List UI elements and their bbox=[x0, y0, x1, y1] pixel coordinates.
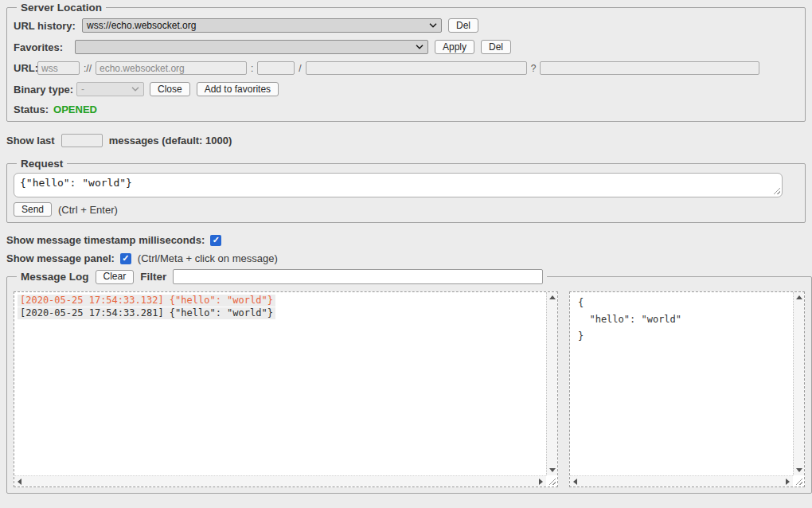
url-history-select[interactable]: wss://echo.websocket.org bbox=[82, 18, 442, 33]
log-message-sent[interactable]: [2020-05-25 17:54:33.132] {"hello": "wor… bbox=[18, 295, 275, 307]
websocket-client-page: Server Location URL history: wss://echo.… bbox=[0, 0, 812, 508]
horizontal-scrollbar[interactable] bbox=[570, 475, 793, 487]
panel-option-label: Show message panel: bbox=[6, 252, 115, 264]
message-detail-json: { "hello": "world" } bbox=[573, 294, 792, 346]
panel-corner bbox=[794, 476, 803, 486]
url-scheme-input[interactable] bbox=[37, 61, 80, 75]
url-query-separator: ? bbox=[531, 63, 537, 74]
clear-button[interactable]: Clear bbox=[96, 270, 135, 284]
server-location-legend: Server Location bbox=[17, 2, 106, 14]
log-message-received[interactable]: [2020-05-25 17:54:33.281] {"hello": "wor… bbox=[18, 307, 275, 319]
close-button[interactable]: Close bbox=[150, 82, 190, 96]
timestamp-option-row: Show message timestamp milliseconds: ✓ bbox=[6, 234, 806, 246]
dropdown-arrow-icon bbox=[429, 23, 437, 28]
url-history-del-button[interactable]: Del bbox=[448, 18, 478, 33]
panel-corner bbox=[547, 476, 556, 486]
filter-input[interactable] bbox=[173, 269, 543, 284]
url-history-label: URL history: bbox=[14, 20, 82, 32]
url-scheme-separator: :// bbox=[84, 63, 92, 74]
send-row: Send (Ctrl + Enter) bbox=[14, 202, 798, 217]
vertical-scrollbar[interactable] bbox=[793, 292, 804, 475]
status-label: Status: bbox=[14, 104, 49, 115]
url-port-separator: : bbox=[251, 63, 253, 74]
checkmark-icon: ✓ bbox=[213, 236, 220, 244]
horizontal-scrollbar[interactable] bbox=[14, 475, 546, 487]
favorites-row: Favorites: Apply Del bbox=[14, 40, 798, 54]
binary-type-label: Binary type: bbox=[14, 84, 76, 96]
message-log-list: [2020-05-25 17:54:33.132] {"hello": "wor… bbox=[14, 292, 545, 475]
send-shortcut-hint: (Ctrl + Enter) bbox=[58, 204, 118, 216]
send-button[interactable]: Send bbox=[14, 202, 52, 217]
scroll-down-arrow-icon[interactable] bbox=[796, 468, 802, 472]
checkmark-icon: ✓ bbox=[122, 254, 129, 263]
message-log-panel[interactable]: [2020-05-25 17:54:33.132] {"hello": "wor… bbox=[14, 291, 558, 487]
status-row: Status: OPENED bbox=[14, 104, 798, 115]
url-host-input[interactable] bbox=[96, 61, 247, 75]
scroll-left-arrow-icon[interactable] bbox=[18, 479, 21, 485]
options-section: Show message timestamp milliseconds: ✓ S… bbox=[6, 234, 806, 264]
scroll-up-arrow-icon[interactable] bbox=[796, 295, 802, 299]
url-parts-row: URL: :// : / ? bbox=[14, 61, 798, 75]
show-last-input[interactable] bbox=[61, 134, 103, 147]
message-log-title: Message Log bbox=[21, 271, 89, 283]
show-last-label-suffix: messages (default: 1000) bbox=[109, 135, 232, 147]
panel-option-hint: (Ctrl/Meta + click on message) bbox=[138, 252, 278, 264]
scroll-right-arrow-icon[interactable] bbox=[539, 479, 543, 485]
panel-checkbox[interactable]: ✓ bbox=[120, 253, 131, 264]
dropdown-arrow-icon bbox=[416, 45, 424, 49]
filter-label: Filter bbox=[140, 271, 166, 283]
resize-grip-icon[interactable] bbox=[794, 476, 802, 485]
binary-type-selected-value: - bbox=[81, 84, 84, 95]
request-section: Request {"hello": "world"} Send (Ctrl + … bbox=[6, 158, 806, 223]
add-to-favorites-button[interactable]: Add to favorites bbox=[197, 82, 279, 96]
panel-option-row: Show message panel: ✓ (Ctrl/Meta + click… bbox=[6, 252, 806, 264]
request-legend: Request bbox=[17, 158, 67, 170]
favorites-label: Favorites: bbox=[14, 41, 75, 53]
request-textarea-wrap: {"hello": "world"} bbox=[14, 173, 783, 197]
message-detail-panel[interactable]: { "hello": "world" } bbox=[569, 291, 805, 487]
resize-grip-icon[interactable] bbox=[547, 476, 556, 485]
message-log-panels: [2020-05-25 17:54:33.132] {"hello": "wor… bbox=[14, 291, 805, 487]
binary-type-row: Binary type: - Close Add to favorites bbox=[14, 82, 798, 96]
favorites-select[interactable] bbox=[75, 40, 428, 54]
message-log-legend: Message Log Clear Filter bbox=[17, 269, 547, 284]
url-port-input[interactable] bbox=[257, 61, 295, 75]
url-query-input[interactable] bbox=[540, 61, 759, 75]
dropdown-arrow-icon bbox=[131, 87, 139, 92]
favorites-del-button[interactable]: Del bbox=[481, 40, 511, 54]
server-location-section: Server Location URL history: wss://echo.… bbox=[6, 2, 806, 122]
timestamp-checkbox[interactable]: ✓ bbox=[210, 235, 221, 246]
vertical-scrollbar[interactable] bbox=[546, 292, 557, 475]
show-last-label-prefix: Show last bbox=[6, 135, 55, 147]
show-last-row: Show last messages (default: 1000) bbox=[6, 134, 806, 147]
timestamp-option-label: Show message timestamp milliseconds: bbox=[6, 234, 205, 246]
favorites-apply-button[interactable]: Apply bbox=[435, 40, 474, 54]
url-label: URL: bbox=[14, 62, 37, 74]
url-history-selected-value: wss://echo.websocket.org bbox=[87, 20, 196, 31]
status-badge: OPENED bbox=[53, 104, 97, 115]
scroll-left-arrow-icon[interactable] bbox=[573, 479, 577, 485]
request-input[interactable]: {"hello": "world"} bbox=[14, 173, 783, 197]
binary-type-select[interactable]: - bbox=[76, 82, 144, 96]
message-detail-content: { "hello": "world" } bbox=[570, 292, 792, 475]
message-log-section: Message Log Clear Filter [2020-05-25 17:… bbox=[6, 269, 812, 494]
scroll-up-arrow-icon[interactable] bbox=[549, 295, 556, 299]
url-path-separator: / bbox=[299, 63, 301, 74]
scroll-down-arrow-icon[interactable] bbox=[549, 468, 556, 472]
url-path-input[interactable] bbox=[306, 61, 527, 75]
scroll-right-arrow-icon[interactable] bbox=[786, 479, 790, 485]
url-history-row: URL history: wss://echo.websocket.org De… bbox=[14, 18, 798, 33]
